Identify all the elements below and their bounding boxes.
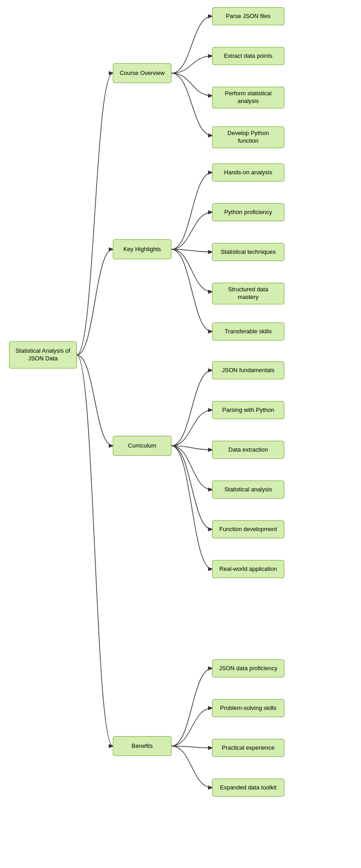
node-parsing-with-python: Parsing with Python xyxy=(212,401,284,419)
node-course-overview: Course Overview xyxy=(113,63,171,83)
node-perform-statistical-analysis: Perform statistical analysis xyxy=(212,87,284,108)
node-problem-solving-skills: Problem-solving skills xyxy=(212,699,284,717)
node-statistical-analysis: Statistical analysis xyxy=(212,481,284,499)
node-real-world-application: Real-world application xyxy=(212,560,284,578)
node-data-extraction: Data extraction xyxy=(212,441,284,459)
node-key-highlights: Key Highlights xyxy=(113,239,171,259)
node-extract-data-points: Extract data points xyxy=(212,47,284,65)
node-practical-experience: Practical experience xyxy=(212,739,284,757)
node-structured-data-mastery: Structured data mastery xyxy=(212,283,284,304)
connections-svg xyxy=(0,0,361,868)
node-python-proficiency: Python proficiency xyxy=(212,203,284,221)
node-statistical-analysis-of-json-data: Statistical Analysis of JSON Data xyxy=(9,341,77,369)
node-transferable-skills: Transferable skills xyxy=(212,322,284,341)
diagram-container: Statistical Analysis of JSON DataCourse … xyxy=(0,0,361,868)
node-expanded-data-toolkit: Expanded data toolkit xyxy=(212,779,284,797)
node-parse-json-files: Parse JSON files xyxy=(212,7,284,25)
node-json-fundamentals: JSON fundamentals xyxy=(212,361,284,379)
node-function-development: Function development xyxy=(212,520,284,538)
node-curriculum: Curriculum xyxy=(113,436,171,456)
node-json-data-proficiency: JSON data proficiency xyxy=(212,659,284,677)
node-hands-on-analysis: Hands-on analysis xyxy=(212,163,284,182)
node-statistical-techniques: Statistical techniques xyxy=(212,243,284,261)
node-develop-python-function: Develop Python function xyxy=(212,126,284,148)
node-benefits: Benefits xyxy=(113,736,171,756)
